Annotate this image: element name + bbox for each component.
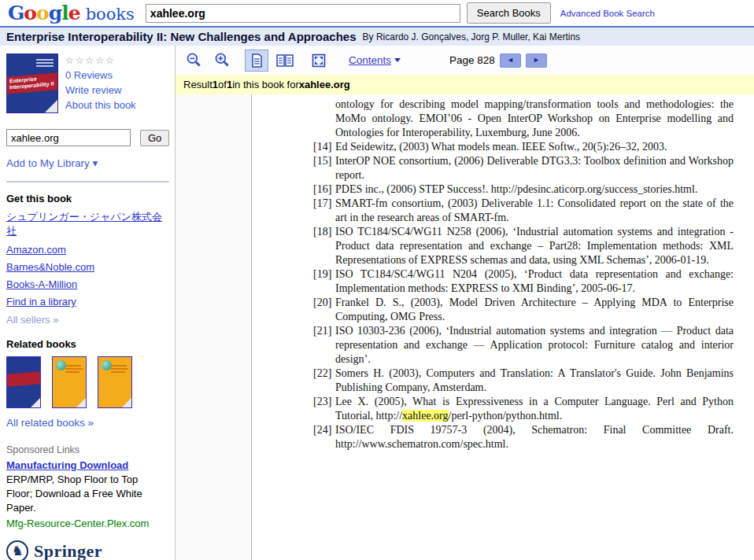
reference-entry: [19]ISO TC184/SC4/WG11 N204 (2005), ‘Pro… <box>313 267 734 296</box>
reference-number: [22] <box>313 367 335 381</box>
logo-letter: o <box>36 2 49 24</box>
thumbnail-art <box>65 368 83 370</box>
sponsored-ad-url[interactable]: Mfg-Resource-Center.Plex.com <box>6 518 168 529</box>
book-title: Enterprise Interoperability II: New Chal… <box>6 30 357 43</box>
reviews-link[interactable]: 0 Reviews <box>65 69 136 81</box>
reference-text: Ed Seidewitz, (2003) What models mean. I… <box>335 141 667 153</box>
reference-entry: [15]InterOP NOE consortium, (2006) Deliv… <box>313 154 734 182</box>
previous-page-button[interactable]: ◄ <box>500 53 521 68</box>
main-area: Contents Page 828 ◄ ► Result 1 of 1 in t… <box>176 46 754 560</box>
header: Googlebooks Search Books Advanced Book S… <box>0 0 754 26</box>
related-book-thumbnail[interactable] <box>52 356 87 408</box>
result-emphasis: 1 <box>227 79 232 90</box>
single-page-view-button[interactable] <box>245 50 268 72</box>
zoom-out-icon[interactable] <box>185 52 202 69</box>
reference-entry: [18]ISO TC184/SC4/WG11 N258 (2006), ‘Ind… <box>313 225 734 267</box>
next-page-button[interactable]: ► <box>526 53 547 68</box>
related-book-thumbnail[interactable] <box>6 356 41 408</box>
thumbnail-art <box>7 371 40 387</box>
get-book-link[interactable]: シュプリンガー・ジャパン株式会社 <box>6 210 168 238</box>
reference-entry: [23]Lee X. (2005), What is Expressivenes… <box>313 395 734 423</box>
advanced-book-search-link[interactable]: Advanced Book Search <box>560 9 655 18</box>
two-page-view-button[interactable] <box>273 50 297 72</box>
thumbnail-art <box>65 371 79 373</box>
reference-number: [17] <box>313 197 335 211</box>
thumbnail-art <box>65 365 81 367</box>
search-in-book-input[interactable] <box>6 129 131 146</box>
rating-stars[interactable]: ☆☆☆☆☆ <box>65 55 136 66</box>
reference-number: [20] <box>313 296 335 310</box>
cover-title-band: Enterprise Interoperability II <box>7 72 57 94</box>
all-sellers-link[interactable]: All sellers » <box>6 314 168 326</box>
book-cover-thumbnail: Enterprise Interoperability II <box>6 53 58 113</box>
sponsored-ad-text: ERP/MRP, Shop Floor to Top Floor; Downlo… <box>6 473 165 516</box>
logo-letter: l <box>61 2 68 24</box>
cover-author-line <box>36 62 54 64</box>
sidebar-divider <box>6 181 169 182</box>
reference-text: ISO 10303-236 (2006), ‘Industrial automa… <box>335 325 734 365</box>
page-view-area: ontology for describing model mapping/tr… <box>176 94 754 560</box>
search-books-button[interactable]: Search Books <box>467 2 551 24</box>
logo-letter: o <box>24 2 36 24</box>
thumbnail-art <box>111 368 128 370</box>
thumbnail-art <box>111 365 127 367</box>
reference-text: Frankel D. S., (2003), Model Driven Arch… <box>335 297 734 322</box>
reference-text: ISO TC184/SC4/WG11 N204 (2005), ‘Product… <box>335 268 734 294</box>
reference-text: ISO/IEC FDIS 19757-3 (2004), Schematron:… <box>335 424 734 450</box>
reference-entry: [14]Ed Seidewitz, (2003) What models mea… <box>313 140 734 154</box>
reference-text: /perl-python/python.html. <box>449 410 563 422</box>
get-book-link[interactable]: Barnes&Noble.com <box>6 261 168 273</box>
viewer-toolbar: Contents Page 828 ◄ ► <box>176 46 754 75</box>
cover-author-line <box>36 65 54 67</box>
two-page-icon <box>275 53 294 68</box>
get-book-link[interactable]: Amazon.com <box>6 244 168 256</box>
reference-entry: [21]ISO 10303-236 (2006), ‘Industrial au… <box>313 324 734 367</box>
sponsored-ad-title-link[interactable]: Manufacturing Download <box>6 459 128 471</box>
page-paragraph: ontology for describing model mapping/tr… <box>313 98 734 140</box>
book-title-bar: Enterprise Interoperability II: New Chal… <box>0 26 754 46</box>
google-books-logo: Googlebooks <box>8 2 135 24</box>
go-button[interactable]: Go <box>140 130 169 146</box>
get-book-link[interactable]: Find in a library <box>6 296 168 308</box>
fullscreen-icon[interactable] <box>311 53 327 68</box>
reference-entry: [24]ISO/IEC FDIS 19757-3 (2004), Schemat… <box>313 423 734 451</box>
write-review-link[interactable]: Write review <box>65 84 136 96</box>
logo-books-word: books <box>86 5 135 24</box>
reference-text: Somers H. (2003), Computers and Translat… <box>335 367 734 393</box>
result-emphasis: xahlee.org <box>299 79 350 90</box>
add-to-library-menu[interactable]: Add to My Library ▾ <box>6 157 168 169</box>
logo-letter: e <box>68 2 80 24</box>
reference-text: PDES inc., (2006) STEP Success!. http://… <box>335 183 697 195</box>
get-book-link[interactable]: Books-A-Million <box>6 278 168 290</box>
about-this-book-link[interactable]: About this book <box>65 99 136 111</box>
reference-number: [19] <box>313 267 335 282</box>
book-page: ontology for describing model mapping/tr… <box>252 94 754 560</box>
result-text: of <box>218 79 227 90</box>
reference-entry: [17]SMART-fm consortium, (2003) Delivera… <box>313 197 734 225</box>
related-book-thumbnail[interactable] <box>98 356 132 408</box>
zoom-in-icon[interactable] <box>213 52 231 69</box>
springer-knight-icon: ♞ <box>6 540 28 560</box>
reference-number: [15] <box>313 154 335 168</box>
search-term-highlight: xahlee.org <box>402 410 448 422</box>
contents-dropdown[interactable]: Contents <box>349 54 391 66</box>
reference-entry: [20]Frankel D. S., (2003), Model Driven … <box>313 296 734 324</box>
logo-letter: G <box>8 2 24 24</box>
reference-entry: [22]Somers H. (2003), Computers and Tran… <box>313 367 734 395</box>
thumbnail-art <box>111 371 125 373</box>
related-thumbs <box>6 356 168 408</box>
result-text: Result <box>183 79 213 90</box>
page-number-label: Page 828 <box>449 54 495 66</box>
reference-number: [24] <box>313 423 335 437</box>
reference-number: [14] <box>313 140 335 154</box>
book-search-input[interactable] <box>146 4 460 23</box>
google-logo-word: Google <box>8 2 80 24</box>
reference-list: [14]Ed Seidewitz, (2003) What models mea… <box>313 140 734 451</box>
result-emphasis: 1 <box>213 79 218 90</box>
sidebar: Enterprise Interoperability II ☆☆☆☆☆ 0 R… <box>0 46 176 560</box>
get-book-links: シュプリンガー・ジャパン株式会社Amazon.comBarnes&Noble.c… <box>6 210 168 308</box>
logo-letter: g <box>49 2 61 24</box>
reference-entry: [16]PDES inc., (2006) STEP Success!. htt… <box>313 182 734 197</box>
page-gutter <box>176 94 252 560</box>
all-related-books-link[interactable]: All related books » <box>6 417 168 429</box>
